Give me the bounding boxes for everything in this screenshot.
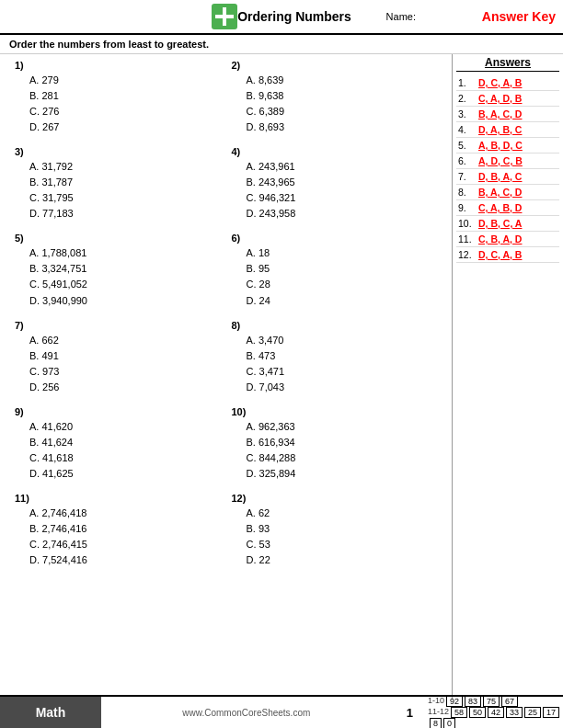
question-block-2: 2)A. 8,639B. 9,638C. 6,389D. 8,693 [226, 56, 443, 142]
question-number-7: 7) [15, 320, 221, 331]
answer-row-5: 5.A, B, D, C [456, 138, 559, 154]
option-text: D. 325,894 [247, 466, 438, 482]
question-number-1: 1) [15, 60, 221, 71]
svg-rect-2 [215, 15, 234, 18]
option-text: B. 3,324,751 [29, 261, 221, 277]
question-options-2: A. 8,639B. 9,638C. 6,389D. 8,693 [247, 73, 438, 135]
option-text: C. 31,795 [29, 190, 221, 206]
option-text: C. 3,471 [247, 364, 438, 380]
option-text: C. 2,746,415 [29, 537, 221, 552]
answers-list: 1.D, C, A, B2.C, A, D, B3.B, A, C, D4.D,… [456, 75, 559, 263]
answer-num-8: 8. [458, 187, 478, 198]
answer-val-2: C, A, D, B [478, 93, 522, 104]
answer-val-7: D, B, A, C [478, 171, 522, 182]
score-row-sub: 11-12 58 50 42 33 25 17 [428, 707, 559, 718]
option-text: A. 962,363 [247, 419, 438, 435]
answer-row-9: 9.C, A, B, D [456, 200, 559, 216]
questions-grid: 1)A. 279B. 281C. 276D. 2672)A. 8,639B. 9… [9, 56, 442, 575]
answer-panel: Answers 1.D, C, A, B2.C, A, D, B3.B, A, … [453, 54, 563, 700]
question-number-10: 10) [232, 406, 438, 417]
questions-area: 1)A. 279B. 281C. 276D. 2672)A. 8,639B. 9… [0, 54, 453, 700]
option-text: A. 2,746,418 [29, 506, 221, 521]
answer-row-4: 4.D, A, B, C [456, 122, 559, 138]
option-text: B. 473 [247, 348, 438, 364]
answer-key-label: Answer Key [482, 9, 556, 24]
option-text: D. 7,524,416 [29, 552, 221, 568]
option-text: D. 267 [29, 119, 221, 135]
name-label: Name: [386, 11, 416, 22]
answer-row-12: 12.D, C, A, B [456, 247, 559, 263]
option-text: D. 243,958 [247, 206, 438, 222]
answer-num-3: 3. [458, 108, 478, 119]
answer-num-5: 5. [458, 140, 478, 151]
option-text: D. 256 [29, 380, 221, 395]
question-number-2: 2) [232, 60, 438, 71]
score-17: 17 [543, 707, 559, 718]
question-block-7: 7)A. 662B. 491C. 973D. 256 [9, 316, 226, 403]
option-text: B. 616,934 [247, 435, 438, 450]
score-42: 42 [488, 707, 504, 718]
option-text: C. 6,389 [247, 104, 438, 119]
answer-val-4: D, A, B, C [478, 124, 522, 135]
answer-row-1: 1.D, C, A, B [456, 75, 559, 91]
answer-num-9: 9. [458, 202, 478, 213]
option-text: A. 31,792 [29, 159, 221, 175]
option-text: B. 95 [247, 261, 438, 277]
option-text: C. 53 [247, 537, 438, 552]
logo-icon [212, 4, 237, 29]
option-text: B. 41,624 [29, 435, 221, 450]
answer-num-11: 11. [458, 233, 478, 245]
answer-row-3: 3.B, A, C, D [456, 107, 559, 122]
question-options-4: A. 243,961B. 243,965C. 946,321D. 243,958 [247, 159, 438, 222]
score-58: 58 [451, 707, 467, 718]
option-text: C. 41,618 [29, 450, 221, 466]
option-text: A. 243,961 [247, 159, 438, 175]
option-text: C. 973 [29, 364, 221, 380]
option-text: D. 7,043 [247, 380, 438, 395]
score-67: 67 [501, 696, 518, 707]
answer-val-1: D, C, A, B [478, 77, 522, 88]
option-text: A. 18 [247, 245, 438, 261]
answer-val-9: C, A, B, D [478, 202, 522, 213]
option-text: C. 844,288 [247, 450, 438, 466]
option-text: D. 8,693 [247, 119, 438, 135]
option-text: A. 1,788,081 [29, 245, 221, 261]
score-83: 83 [465, 696, 481, 707]
option-text: D. 41,625 [29, 466, 221, 482]
option-text: A. 41,620 [29, 419, 221, 435]
question-number-12: 12) [232, 493, 438, 504]
option-text: B. 31,787 [29, 175, 221, 190]
question-options-3: A. 31,792B. 31,787C. 31,795D. 77,183 [29, 159, 221, 222]
score-table: 1-10 92 83 75 67 11-12 58 50 42 33 25 17… [428, 696, 563, 728]
option-text: D. 22 [247, 552, 438, 568]
page-header: Ordering Numbers Name: Answer Key [0, 0, 563, 35]
question-block-3: 3)A. 31,792B. 31,787C. 31,795D. 77,183 [9, 142, 226, 229]
answer-val-8: B, A, C, D [478, 187, 522, 198]
question-number-3: 3) [15, 146, 221, 157]
page-footer: Math www.CommonCoreSheets.com 1 1-10 92 … [0, 695, 563, 728]
option-text: B. 2,746,416 [29, 521, 221, 537]
option-text: A. 62 [247, 506, 438, 521]
question-block-4: 4)A. 243,961B. 243,965C. 946,321D. 243,9… [226, 142, 443, 229]
option-text: B. 93 [247, 521, 438, 537]
option-text: C. 276 [29, 104, 221, 119]
answer-val-6: A, D, C, B [478, 155, 523, 166]
option-text: D. 77,183 [29, 206, 221, 222]
website-label: www.CommonCoreSheets.com [101, 708, 392, 718]
answer-val-5: A, B, D, C [478, 140, 523, 151]
question-number-4: 4) [232, 146, 438, 157]
answer-num-12: 12. [458, 249, 478, 260]
range2-label: 11-12 [428, 707, 449, 718]
score-92: 92 [446, 696, 463, 707]
question-block-10: 10)A. 962,363B. 616,934C. 844,288D. 325,… [226, 403, 443, 489]
question-options-8: A. 3,470B. 473C. 3,471D. 7,043 [247, 333, 438, 395]
option-text: C. 5,491,052 [29, 277, 221, 292]
question-options-9: A. 41,620B. 41,624C. 41,618D. 41,625 [29, 419, 221, 482]
answer-val-11: C, B, A, D [478, 233, 522, 245]
score-75: 75 [483, 696, 500, 707]
main-content: 1)A. 279B. 281C. 276D. 2672)A. 8,639B. 9… [0, 54, 563, 700]
question-options-12: A. 62B. 93C. 53D. 22 [247, 506, 438, 568]
question-options-11: A. 2,746,418B. 2,746,416C. 2,746,415D. 7… [29, 506, 221, 568]
instructions: Order the numbers from least to greatest… [0, 35, 563, 54]
answer-row-2: 2.C, A, D, B [456, 91, 559, 107]
